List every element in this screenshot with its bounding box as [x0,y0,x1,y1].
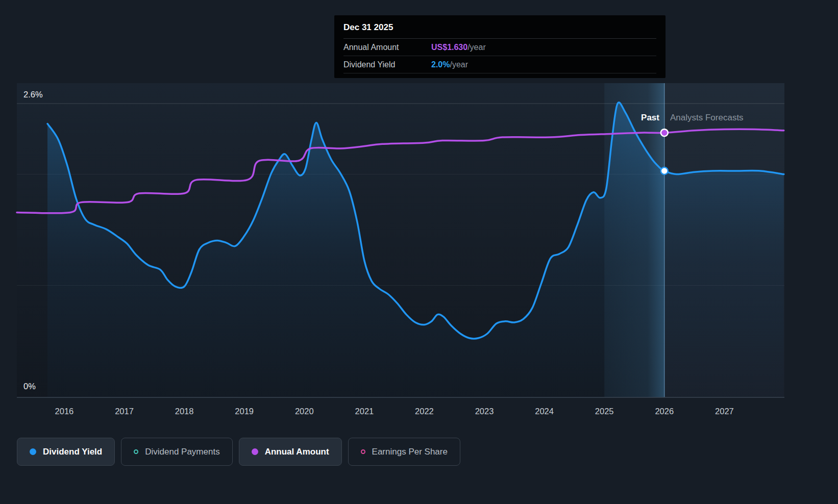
legend-item-dividend-payments[interactable]: Dividend Payments [121,438,232,466]
chart-area: 2016201720182019202020212022202320242025… [0,0,838,423]
dividend-payments-dot-icon [134,449,138,454]
dividend-chart-page: 2016201720182019202020212022202320242025… [0,0,838,504]
tooltip-value: US$1.630/year [431,43,486,52]
chart-tooltip: Dec 31 2025 Annual Amount US$1.630/year … [334,15,666,78]
x-tick-label: 2024 [535,407,554,416]
x-tick-label: 2016 [55,407,74,416]
tooltip-label: Dividend Yield [343,60,431,69]
x-tick-label: 2023 [475,407,494,416]
x-tick-label: 2020 [295,407,314,416]
earnings-per-share-dot-icon [361,449,365,454]
analysts-forecasts-label: Analysts Forecasts [670,113,744,123]
tooltip-date: Dec 31 2025 [343,15,656,39]
x-tick-label: 2027 [715,407,734,416]
tooltip-row-annual-amount: Annual Amount US$1.630/year [343,39,656,56]
tooltip-value: 2.0%/year [431,60,468,69]
annual-amount-marker [661,129,668,136]
dividend-yield-dot-icon [30,448,36,455]
y-tick-label: 0% [23,382,36,391]
legend-label: Dividend Payments [145,447,219,457]
legend-item-earnings-per-share[interactable]: Earnings Per Share [348,438,460,466]
x-tick-label: 2022 [415,407,434,416]
legend-label: Annual Amount [265,447,329,457]
x-tick-label: 2025 [595,407,614,416]
legend-label: Dividend Yield [43,447,102,457]
past-label: Past [641,113,659,123]
x-tick-label: 2017 [115,407,134,416]
x-tick-label: 2019 [235,407,254,416]
y-tick-label: 2.6% [23,90,43,99]
tooltip-label: Annual Amount [343,43,431,52]
annual-amount-dot-icon [252,448,258,455]
dividend-yield-marker [661,167,668,174]
x-tick-label: 2018 [175,407,194,416]
legend-label: Earnings Per Share [372,447,448,457]
legend-item-annual-amount[interactable]: Annual Amount [239,438,342,466]
x-tick-label: 2026 [655,407,674,416]
legend-item-dividend-yield[interactable]: Dividend Yield [17,438,115,466]
chart-legend: Dividend Yield Dividend Payments Annual … [17,438,460,466]
tooltip-row-dividend-yield: Dividend Yield 2.0%/year [343,56,656,73]
x-tick-label: 2021 [355,407,374,416]
